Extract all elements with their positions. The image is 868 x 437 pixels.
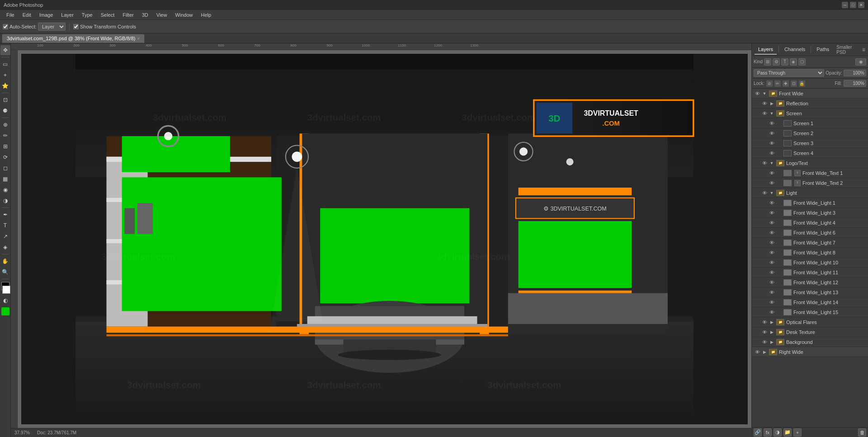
- layer-visibility-light12[interactable]: 👁: [768, 279, 775, 286]
- layer-visibility-light13[interactable]: 👁: [768, 289, 775, 296]
- layer-visibility-screen-group[interactable]: 👁: [761, 110, 768, 117]
- menu-3d[interactable]: 3D: [138, 11, 152, 19]
- layer-row-screen4[interactable]: 👁 ▶ Screen 4: [752, 148, 868, 158]
- menu-filter[interactable]: Filter: [119, 11, 137, 19]
- layer-visibility-background[interactable]: 👁: [761, 338, 768, 346]
- layer-visibility-light15[interactable]: 👁: [768, 309, 775, 316]
- menu-layer[interactable]: Layer: [57, 11, 77, 19]
- layer-expand-text1[interactable]: ▶: [776, 169, 782, 177]
- layer-row-text2[interactable]: 👁 ▶ T Front Wide_Text 2: [752, 178, 868, 188]
- layer-visibility-light7[interactable]: 👁: [768, 239, 775, 246]
- blend-mode-dropdown[interactable]: Pass Through Normal Multiply Screen Over…: [754, 69, 824, 77]
- menu-type[interactable]: Type: [78, 11, 96, 19]
- clone-stamp-tool[interactable]: ⊞: [0, 141, 10, 151]
- layer-row-reflection[interactable]: 👁 ▶ 📁 Reflection: [752, 99, 868, 108]
- delete-layer-button[interactable]: 🗑: [858, 428, 866, 437]
- layer-row-right-wide[interactable]: 👁 ▶ 📁 Right Wide: [752, 347, 868, 357]
- layer-expand-light8[interactable]: ▶: [776, 249, 782, 256]
- layer-expand-screen2[interactable]: ▶: [776, 130, 782, 137]
- layer-expand-light11[interactable]: ▶: [776, 269, 782, 276]
- text-tool[interactable]: T: [0, 221, 10, 230]
- opacity-value[interactable]: 100%: [844, 70, 866, 76]
- layer-row-light-group[interactable]: 👁 ▼ 📁 Light: [752, 188, 868, 198]
- layer-visibility-screen4[interactable]: 👁: [768, 150, 775, 157]
- fill-value[interactable]: 100%: [844, 80, 866, 87]
- panel-menu-icon[interactable]: ≡: [862, 47, 865, 53]
- close-button[interactable]: ✕: [858, 2, 864, 8]
- add-style-button[interactable]: fx: [764, 428, 772, 437]
- layer-expand-screen3[interactable]: ▶: [776, 140, 782, 147]
- filter-toggle[interactable]: ◉: [855, 58, 866, 66]
- layer-visibility-light4[interactable]: 👁: [768, 219, 775, 226]
- layer-expand-light7[interactable]: ▶: [776, 239, 782, 246]
- layer-visibility-right-wide[interactable]: 👁: [754, 348, 761, 356]
- layer-row-screen1[interactable]: 👁 ▶ Screen 1: [752, 118, 868, 128]
- layer-row-light15[interactable]: 👁 ▶ Front Wide_Light 15: [752, 307, 868, 317]
- layer-expand-screen-group[interactable]: ▼: [769, 110, 774, 117]
- layer-expand-light12[interactable]: ▶: [776, 279, 782, 286]
- menu-file[interactable]: File: [3, 11, 18, 19]
- menu-help[interactable]: Help: [198, 11, 215, 19]
- layer-expand-background[interactable]: ▶: [769, 338, 774, 346]
- layer-row-text1[interactable]: 👁 ▶ T Front Wide_Text 1: [752, 168, 868, 178]
- document-tab[interactable]: 3dvirtualset.com_129B.psd @ 38% (Front W…: [2, 34, 145, 43]
- layer-expand-light1[interactable]: ▶: [776, 199, 782, 207]
- layer-expand-light6[interactable]: ▶: [776, 229, 782, 236]
- minimize-button[interactable]: ─: [842, 2, 848, 8]
- crop-tool[interactable]: ⊡: [0, 95, 10, 105]
- menu-edit[interactable]: Edit: [19, 11, 35, 19]
- layer-expand-light[interactable]: ▼: [769, 189, 774, 197]
- rect-select-tool[interactable]: ▭: [0, 59, 10, 69]
- layer-visibility-light3[interactable]: 👁: [768, 209, 775, 216]
- layer-expand-text2[interactable]: ▶: [776, 179, 782, 187]
- lock-paint-icon[interactable]: ✏: [774, 80, 781, 87]
- add-mask-button[interactable]: ◑: [774, 428, 782, 437]
- layer-row-background[interactable]: 👁 ▶ 📁 Background: [752, 337, 868, 347]
- layer-visibility-light14[interactable]: 👁: [768, 299, 775, 306]
- background-color[interactable]: [2, 286, 10, 294]
- tab-close-button[interactable]: ×: [137, 36, 140, 41]
- layer-row-light14[interactable]: 👁 ▶ Front Wide_Light 14: [752, 297, 868, 307]
- layer-expand-logotype[interactable]: ▼: [769, 160, 774, 167]
- layer-row-screen3[interactable]: 👁 ▶ Screen 3: [752, 138, 868, 148]
- filter-shape-icon[interactable]: ◈: [790, 58, 797, 66]
- auto-select-dropdown[interactable]: Layer Group: [38, 23, 66, 31]
- eraser-tool[interactable]: ◻: [0, 163, 10, 173]
- layer-visibility-light[interactable]: 👁: [761, 189, 768, 197]
- layer-expand-screen1[interactable]: ▶: [776, 120, 782, 127]
- layer-expand-reflection[interactable]: ▶: [769, 100, 774, 107]
- smaller-psd-button[interactable]: Smaller PSD: [836, 45, 859, 55]
- show-transform-checkbox[interactable]: [73, 24, 79, 29]
- blur-tool[interactable]: ◉: [0, 185, 10, 195]
- filter-smart-icon[interactable]: ⬡: [798, 58, 806, 66]
- layer-expand-light3[interactable]: ▶: [776, 209, 782, 216]
- layer-visibility-screen3[interactable]: 👁: [768, 140, 775, 147]
- layer-visibility-front-wide[interactable]: 👁: [754, 90, 761, 97]
- layer-visibility-screen2[interactable]: 👁: [768, 130, 775, 137]
- canvas-container[interactable]: ⚙ 3DVIRTUALSET.COM: [18, 50, 751, 428]
- layer-expand-light15[interactable]: ▶: [776, 309, 782, 316]
- layer-visibility-light10[interactable]: 👁: [768, 259, 775, 266]
- layer-expand-right-wide[interactable]: ▶: [762, 348, 767, 356]
- layer-visibility-light1[interactable]: 👁: [768, 199, 775, 207]
- gradient-tool[interactable]: ▦: [0, 174, 10, 184]
- menu-window[interactable]: Window: [171, 11, 196, 19]
- create-group-button[interactable]: 📁: [783, 428, 792, 437]
- layer-expand-light13[interactable]: ▶: [776, 289, 782, 296]
- layer-row-light4[interactable]: 👁 ▶ Front Wide_Light 4: [752, 218, 868, 228]
- layer-row-front-wide[interactable]: 👁 ▼ 📁 Front Wide: [752, 89, 868, 99]
- layer-visibility-light8[interactable]: 👁: [768, 249, 775, 256]
- magic-wand-tool[interactable]: ⭐: [0, 81, 10, 91]
- layer-visibility-logotype[interactable]: 👁: [761, 160, 768, 167]
- hand-tool[interactable]: ✋: [0, 256, 10, 266]
- brush-tool[interactable]: ✏: [0, 131, 10, 141]
- path-select-tool[interactable]: ↗: [0, 231, 10, 241]
- lock-all-icon[interactable]: 🔒: [799, 80, 805, 87]
- tab-layers[interactable]: Layers: [755, 45, 777, 55]
- healing-tool[interactable]: ⊕: [0, 120, 10, 130]
- layer-row-light6[interactable]: 👁 ▶ Front Wide_Light 6: [752, 228, 868, 238]
- lasso-tool[interactable]: ⌖: [0, 70, 10, 80]
- layer-row-light8[interactable]: 👁 ▶ Front Wide_Light 8: [752, 248, 868, 258]
- eyedropper-tool[interactable]: ⚈: [0, 106, 10, 116]
- layer-visibility-reflection[interactable]: 👁: [761, 100, 768, 107]
